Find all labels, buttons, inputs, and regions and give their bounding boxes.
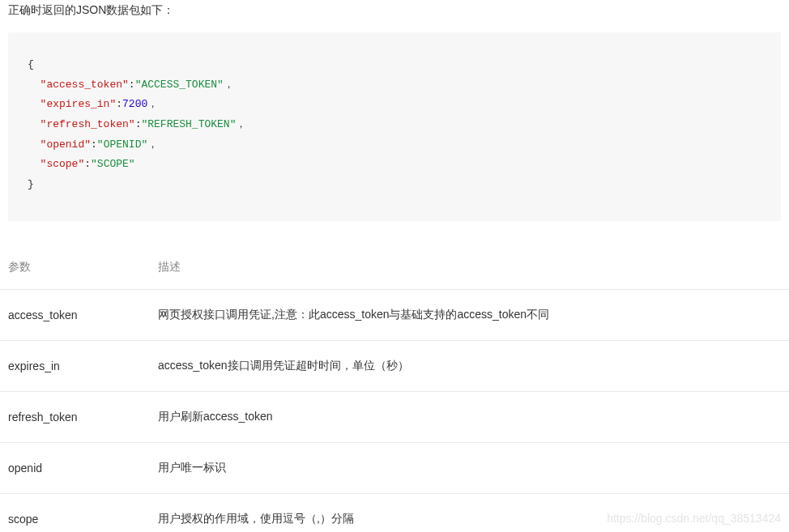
json-key: "access_token" (41, 79, 129, 91)
table-row: expires_inaccess_token接口调用凭证超时时间，单位（秒） (0, 340, 789, 391)
json-value: 7200 (122, 98, 147, 110)
table-row: refresh_token用户刷新access_token (0, 391, 789, 442)
json-value: "ACCESS_TOKEN" (135, 79, 224, 91)
param-cell: expires_in (0, 340, 150, 391)
brace-open: { (28, 58, 34, 70)
json-colon: : (91, 138, 97, 151)
desc-cell: 用户授权的作用域，使用逗号（,）分隔 (150, 493, 789, 532)
json-comma: ， (147, 98, 158, 110)
json-colon: : (129, 79, 135, 91)
json-colon: : (84, 158, 91, 170)
json-key: "expires_in" (41, 98, 117, 110)
json-key: "openid" (41, 138, 91, 151)
table-row: access_token网页授权接口调用凭证,注意：此access_token与… (0, 289, 789, 340)
brace-close: } (28, 178, 34, 190)
desc-cell: 网页授权接口调用凭证,注意：此access_token与基础支持的access_… (150, 289, 789, 340)
header-desc: 描述 (150, 245, 789, 290)
json-value: "REFRESH_TOKEN" (141, 118, 236, 130)
param-cell: scope (0, 493, 150, 532)
json-colon: : (116, 98, 122, 110)
json-key: "refresh_token" (41, 118, 135, 130)
table-header-row: 参数 描述 (0, 245, 789, 290)
json-value: "SCOPE" (91, 158, 135, 170)
json-code-block: { "access_token":"ACCESS_TOKEN"， "expire… (8, 32, 781, 221)
json-key: "scope" (41, 158, 85, 170)
table-row: scope用户授权的作用域，使用逗号（,）分隔 (0, 493, 789, 532)
param-cell: openid (0, 442, 150, 493)
header-param: 参数 (0, 245, 150, 290)
param-cell: access_token (0, 289, 150, 340)
params-table: 参数 描述 access_token网页授权接口调用凭证,注意：此access_… (0, 245, 789, 532)
desc-cell: access_token接口调用凭证超时时间，单位（秒） (150, 340, 789, 391)
table-row: openid用户唯一标识 (0, 442, 789, 493)
json-value: "OPENID" (97, 138, 147, 151)
json-comma: ， (236, 118, 246, 130)
intro-text: 正确时返回的JSON数据包如下： (0, 0, 789, 32)
param-cell: refresh_token (0, 391, 150, 442)
desc-cell: 用户唯一标识 (150, 442, 789, 493)
desc-cell: 用户刷新access_token (150, 391, 789, 442)
json-comma: ， (147, 138, 158, 151)
json-comma: ， (224, 79, 234, 91)
